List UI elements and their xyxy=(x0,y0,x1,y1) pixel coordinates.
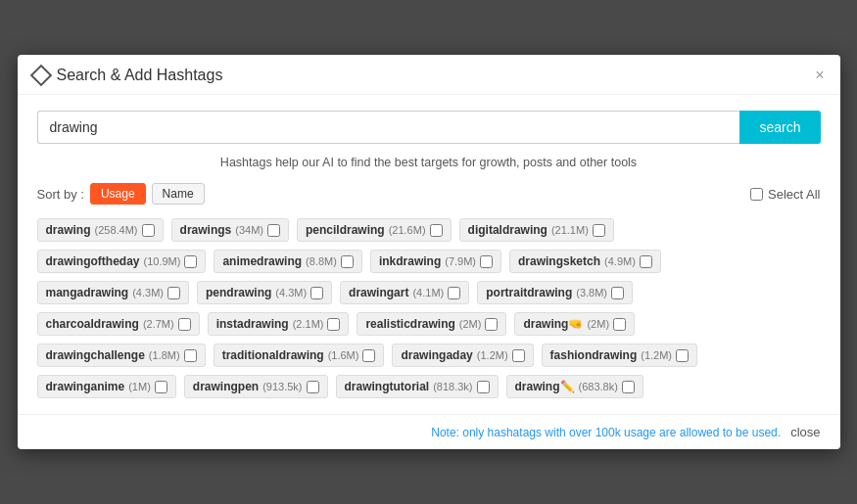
tag-count: (3.8M) xyxy=(576,287,607,298)
tag-name: charcoaldrawing xyxy=(46,317,139,331)
tag-name: realisticdrawing xyxy=(365,317,454,331)
tag-name: drawinganime xyxy=(46,380,125,393)
helper-text: Hashtags help our AI to find the best ta… xyxy=(37,156,821,169)
tag-name: portraitdrawing xyxy=(486,286,572,299)
tag-checkbox[interactable] xyxy=(362,349,375,362)
tag-checkbox[interactable] xyxy=(622,381,635,393)
tag-name: mangadrawing xyxy=(46,286,129,299)
tags-grid: drawing(258.4M)drawings(34M)pencildrawin… xyxy=(37,218,821,398)
tag-count: (1.2M) xyxy=(641,349,672,361)
tag-checkbox[interactable] xyxy=(430,224,443,237)
tags-row: charcoaldrawing(2.7M)instadrawing(2.1M)r… xyxy=(37,312,821,336)
tag-checkbox[interactable] xyxy=(480,255,493,268)
tag-item: portraitdrawing(3.8M) xyxy=(477,281,633,304)
tag-item: pencildrawing(21.6M) xyxy=(297,218,452,242)
tag-checkbox[interactable] xyxy=(142,224,155,237)
tag-checkbox[interactable] xyxy=(184,255,197,268)
tag-name: drawingchallenge xyxy=(46,348,145,362)
tag-checkbox[interactable] xyxy=(184,349,197,362)
tag-count: (913.5k) xyxy=(262,381,302,392)
tag-checkbox[interactable] xyxy=(448,287,460,299)
tags-row: drawinganime(1M)drawingpen(913.5k)drawin… xyxy=(37,375,821,398)
tag-checkbox[interactable] xyxy=(676,349,689,362)
tag-count: (21.6M) xyxy=(389,224,426,236)
sort-usage-button[interactable]: Usage xyxy=(90,183,146,205)
tag-count: (2M) xyxy=(587,318,609,330)
tag-item: drawing🤜(2M) xyxy=(514,312,635,336)
tag-item: drawing✏️(683.8k) xyxy=(506,375,643,398)
tag-count: (10.9M) xyxy=(144,255,181,267)
tag-item: fashiondrawing(1.2M) xyxy=(542,344,697,367)
search-input[interactable] xyxy=(37,111,740,144)
tag-count: (2.7M) xyxy=(143,318,174,330)
tag-name: traditionaldrawing xyxy=(222,348,324,362)
tag-item: drawingoftheday(10.9M) xyxy=(37,250,207,273)
tag-name: drawingaday xyxy=(401,348,472,362)
tag-item: drawingtutorial(818.3k) xyxy=(336,375,499,398)
sort-row: Sort by : Usage Name Select All xyxy=(37,183,821,205)
tag-checkbox[interactable] xyxy=(477,381,490,393)
tag-count: (1M) xyxy=(128,381,151,392)
modal-title-row: Search & Add Hashtags xyxy=(33,67,223,84)
tag-item: traditionaldrawing(1.6M) xyxy=(214,344,385,367)
tag-checkbox[interactable] xyxy=(485,318,498,331)
tag-count: (1.8M) xyxy=(149,349,180,361)
tag-name: drawingart xyxy=(349,286,408,299)
tag-item: animedrawing(8.8M) xyxy=(214,250,361,273)
tag-name: drawingtutorial xyxy=(345,380,430,393)
tag-name: drawingoftheday xyxy=(46,254,140,268)
diamond-icon xyxy=(29,65,52,87)
tag-count: (4.3M) xyxy=(275,287,307,298)
search-row: search xyxy=(37,111,821,144)
tag-name: drawings xyxy=(180,223,232,237)
tag-checkbox[interactable] xyxy=(307,381,319,393)
tag-item: drawingpen(913.5k) xyxy=(184,375,328,398)
tag-item: digitaldrawing(21.1M) xyxy=(459,218,614,242)
tags-row: drawingchallenge(1.8M)traditionaldrawing… xyxy=(37,344,821,367)
select-all-checkbox[interactable] xyxy=(750,188,763,201)
tag-item: drawing(258.4M) xyxy=(37,218,164,242)
footer-note: Note: only hashatags with over 100k usag… xyxy=(431,426,781,439)
sort-left: Sort by : Usage Name xyxy=(37,183,205,205)
select-all-row: Select All xyxy=(750,187,820,202)
tag-count: (21.1M) xyxy=(551,224,589,236)
tag-item: instadrawing(2.1M) xyxy=(208,312,350,336)
tag-checkbox[interactable] xyxy=(310,287,323,299)
tag-checkbox[interactable] xyxy=(611,287,624,299)
tag-name: drawing✏️ xyxy=(515,380,575,393)
tag-count: (683.8k) xyxy=(579,381,618,392)
tags-row: drawing(258.4M)drawings(34M)pencildrawin… xyxy=(37,218,821,242)
tag-checkbox[interactable] xyxy=(327,318,340,331)
tag-item: drawinganime(1M) xyxy=(37,375,176,398)
sort-label: Sort by : xyxy=(37,187,84,202)
tag-name: fashiondrawing xyxy=(550,348,638,362)
tag-count: (258.4M) xyxy=(95,224,138,236)
tag-name: digitaldrawing xyxy=(468,223,548,237)
select-all-label: Select All xyxy=(768,187,820,202)
tag-checkbox[interactable] xyxy=(267,224,280,237)
tag-count: (4.1M) xyxy=(412,287,444,298)
tags-row: drawingoftheday(10.9M)animedrawing(8.8M)… xyxy=(37,250,821,273)
tag-count: (2.1M) xyxy=(293,318,324,330)
tag-checkbox[interactable] xyxy=(640,255,652,268)
tag-checkbox[interactable] xyxy=(512,349,525,362)
footer-close-button[interactable]: close xyxy=(790,425,820,439)
tag-checkbox[interactable] xyxy=(613,318,626,331)
tag-count: (4.9M) xyxy=(604,255,636,267)
tag-checkbox[interactable] xyxy=(155,381,167,393)
tag-checkbox[interactable] xyxy=(178,318,191,331)
tag-item: charcoaldrawing(2.7M) xyxy=(37,312,200,336)
tag-count: (8.8M) xyxy=(306,255,337,267)
tag-item: drawings(34M) xyxy=(171,218,289,242)
tag-name: drawing🤜 xyxy=(523,317,583,331)
sort-name-button[interactable]: Name xyxy=(152,183,205,205)
tag-checkbox[interactable] xyxy=(167,287,180,299)
tag-checkbox[interactable] xyxy=(593,224,605,237)
search-button[interactable]: search xyxy=(739,111,820,144)
modal-close-button[interactable]: × xyxy=(815,68,824,83)
tag-count: (1.6M) xyxy=(328,349,359,361)
tags-row: mangadrawing(4.3M)pendrawing(4.3M)drawin… xyxy=(37,281,821,304)
tag-checkbox[interactable] xyxy=(341,255,354,268)
tag-name: pendrawing xyxy=(206,286,271,299)
modal-title: Search & Add Hashtags xyxy=(57,67,223,84)
